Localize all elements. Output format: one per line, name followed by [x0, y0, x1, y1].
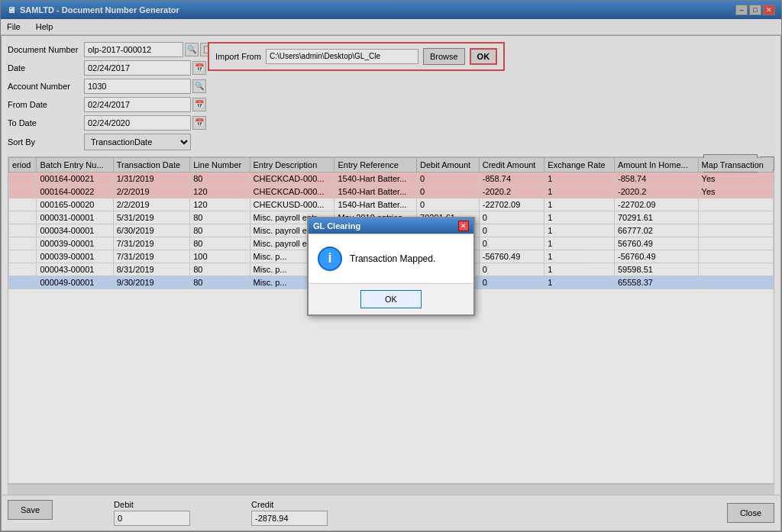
- modal-title: GL Clearing: [313, 221, 360, 231]
- modal-ok-button[interactable]: OK: [360, 290, 422, 308]
- modal-message: Transaction Mapped.: [350, 253, 435, 264]
- modal-info-icon: i: [318, 247, 342, 271]
- modal-body: i Transaction Mapped.: [309, 234, 473, 284]
- modal-dialog: GL Clearing ✕ i Transaction Mapped. OK: [307, 217, 475, 316]
- modal-title-bar: GL Clearing ✕: [309, 218, 473, 234]
- modal-overlay: GL Clearing ✕ i Transaction Mapped. OK: [0, 0, 782, 532]
- modal-footer: OK: [309, 284, 473, 314]
- modal-close-button[interactable]: ✕: [458, 221, 469, 231]
